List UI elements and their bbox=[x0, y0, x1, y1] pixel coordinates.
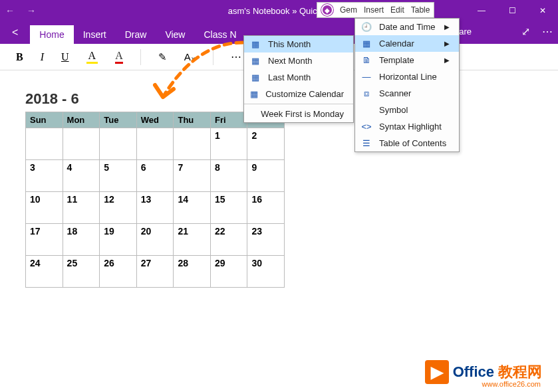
italic-button[interactable]: I bbox=[41, 51, 44, 63]
tab-classnotebook[interactable]: Class N bbox=[194, 25, 245, 44]
cal-cell[interactable]: 30 bbox=[247, 256, 285, 288]
tab-view[interactable]: View bbox=[156, 25, 194, 44]
cal-cell[interactable]: 15 bbox=[211, 192, 247, 224]
menu-customize-calendar[interactable]: ▦Customize Calendar bbox=[244, 86, 353, 102]
cal-cell[interactable]: 22 bbox=[211, 224, 247, 256]
calendar-submenu: ▦This Month ▦Next Month ▦Last Month ▦Cus… bbox=[243, 35, 354, 123]
cal-cell[interactable]: 9 bbox=[247, 160, 285, 192]
gem-menu-table[interactable]: Table bbox=[411, 5, 430, 15]
cal-cell[interactable]: 18 bbox=[63, 224, 100, 256]
cal-cell[interactable]: 26 bbox=[100, 256, 137, 288]
cal-cell[interactable]: 1 bbox=[211, 128, 247, 160]
menu-item-icon: ⧈ bbox=[360, 88, 372, 99]
submenu-arrow-icon: ▶ bbox=[444, 40, 450, 47]
highlight-button[interactable]: A bbox=[86, 50, 98, 64]
fullscreen-icon[interactable]: ⤢ bbox=[521, 25, 530, 38]
calendar-icon: ▦ bbox=[249, 56, 261, 66]
cal-cell[interactable]: 25 bbox=[63, 256, 100, 288]
menu-item-icon: <> bbox=[360, 122, 372, 132]
cal-cell[interactable]: 20 bbox=[136, 224, 174, 256]
gem-menu-insert[interactable]: Insert bbox=[364, 5, 384, 15]
insert-menu: 🕘Date and Time▶▦Calendar▶🗎Template▶—Hori… bbox=[354, 18, 460, 152]
cal-cell[interactable] bbox=[100, 128, 137, 160]
nav-forward-icon[interactable]: → bbox=[27, 5, 36, 16]
maximize-button[interactable]: ☐ bbox=[497, 0, 527, 21]
calendar-icon: ▦ bbox=[249, 89, 259, 100]
cal-day-header: Wed bbox=[136, 112, 174, 128]
format-painter-button[interactable]: ✎ bbox=[158, 51, 167, 63]
menu-calendar[interactable]: ▦Calendar▶ bbox=[355, 35, 459, 52]
title-bar: ← → asm's Notebook » Quick N — ☐ ✕ bbox=[0, 0, 558, 21]
cal-cell[interactable]: 19 bbox=[100, 224, 137, 256]
cal-cell[interactable] bbox=[63, 128, 100, 160]
menu-last-month[interactable]: ▦Last Month bbox=[244, 69, 353, 86]
cal-cell[interactable]: 11 bbox=[63, 192, 100, 224]
tab-insert[interactable]: Insert bbox=[74, 25, 116, 44]
menu-scanner[interactable]: ⧈Scanner bbox=[355, 85, 459, 102]
cal-cell[interactable]: 14 bbox=[174, 192, 211, 224]
menu-this-month[interactable]: ▦This Month bbox=[244, 36, 353, 52]
cal-cell[interactable]: 17 bbox=[26, 224, 63, 256]
watermark: ▶ Office教程网 www.office26.com bbox=[425, 360, 542, 384]
minimize-button[interactable]: — bbox=[466, 0, 497, 21]
back-icon[interactable]: < bbox=[12, 27, 18, 39]
cal-cell[interactable]: 7 bbox=[174, 160, 211, 192]
tab-draw[interactable]: Draw bbox=[116, 25, 156, 44]
cal-cell[interactable]: 2 bbox=[247, 128, 285, 160]
tab-home[interactable]: Home bbox=[30, 25, 73, 44]
menu-separator bbox=[244, 104, 353, 104]
cal-day-header: Thu bbox=[174, 112, 211, 128]
bold-button[interactable]: B bbox=[16, 51, 23, 63]
underline-button[interactable]: U bbox=[61, 51, 69, 63]
cal-cell[interactable] bbox=[136, 128, 174, 160]
menu-symbol[interactable]: Symbol bbox=[355, 102, 459, 118]
cal-cell[interactable]: 29 bbox=[211, 256, 247, 288]
nav-back-icon[interactable]: ← bbox=[5, 5, 15, 16]
menu-week-first-monday[interactable]: Week First is Monday bbox=[244, 106, 353, 122]
menu-next-month[interactable]: ▦Next Month bbox=[244, 52, 353, 69]
cal-cell[interactable]: 24 bbox=[26, 256, 63, 288]
menu-item-icon: 🗎 bbox=[360, 55, 372, 66]
more-icon[interactable]: ⋯ bbox=[542, 25, 553, 38]
separator bbox=[213, 49, 213, 65]
gem-icon: ◆ bbox=[321, 4, 333, 16]
cal-cell[interactable]: 16 bbox=[247, 192, 285, 224]
menu-table-of-contents[interactable]: ☰Table of Contents bbox=[355, 135, 459, 151]
cal-cell[interactable] bbox=[174, 128, 211, 160]
cal-cell[interactable]: 3 bbox=[26, 160, 63, 192]
cal-day-header: Sun bbox=[26, 112, 63, 128]
cal-cell[interactable]: 10 bbox=[26, 192, 63, 224]
cal-cell[interactable]: 8 bbox=[211, 160, 247, 192]
menu-horizontal-line[interactable]: —Horizontal Line bbox=[355, 68, 459, 85]
cal-cell[interactable]: 4 bbox=[63, 160, 100, 192]
toolbar-more-button[interactable]: ⋯ bbox=[231, 50, 241, 63]
menu-item-icon: 🕘 bbox=[360, 22, 372, 33]
clear-format-button[interactable]: Aₓ bbox=[184, 51, 196, 63]
gem-menubar: ◆ Gem Insert Edit Table bbox=[317, 2, 434, 18]
menu-syntax-highlight[interactable]: <>Syntax Highlight bbox=[355, 118, 459, 135]
cal-cell[interactable] bbox=[26, 128, 63, 160]
menu-item-icon: ▦ bbox=[360, 39, 372, 49]
window-title: asm's Notebook » Quick N bbox=[228, 6, 331, 16]
cal-cell[interactable]: 13 bbox=[136, 192, 174, 224]
calendar-table: SunMonTueWedThuFriSat 123456789101112131… bbox=[25, 112, 285, 288]
gem-menu-gem[interactable]: Gem bbox=[340, 5, 357, 15]
cal-cell[interactable]: 23 bbox=[247, 224, 285, 256]
close-button[interactable]: ✕ bbox=[527, 0, 558, 21]
menu-item-icon bbox=[360, 105, 372, 116]
cal-cell[interactable]: 21 bbox=[174, 224, 211, 256]
cal-cell[interactable]: 27 bbox=[136, 256, 174, 288]
office-logo-icon: ▶ bbox=[425, 360, 449, 384]
cal-cell[interactable]: 6 bbox=[136, 160, 174, 192]
gem-menu-edit[interactable]: Edit bbox=[390, 5, 404, 15]
fontcolor-button[interactable]: A bbox=[115, 50, 123, 64]
menu-date-and-time[interactable]: 🕘Date and Time▶ bbox=[355, 19, 459, 35]
cal-cell[interactable]: 5 bbox=[100, 160, 137, 192]
cal-cell[interactable]: 28 bbox=[174, 256, 211, 288]
submenu-arrow-icon: ▶ bbox=[444, 23, 450, 31]
cal-day-header: Mon bbox=[63, 112, 100, 128]
menu-item-icon: — bbox=[360, 72, 372, 82]
calendar-icon: ▦ bbox=[249, 72, 261, 83]
menu-template[interactable]: 🗎Template▶ bbox=[355, 52, 459, 68]
cal-cell[interactable]: 12 bbox=[100, 192, 137, 224]
